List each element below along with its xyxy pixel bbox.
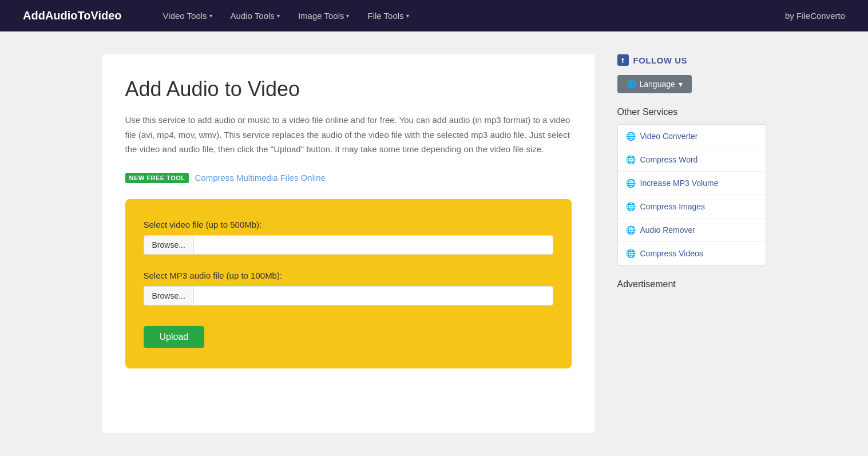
chevron-down-icon: ▾ <box>346 13 349 19</box>
service-item-compress-word[interactable]: 🌐 Compress Word <box>618 148 766 172</box>
audio-file-name <box>194 291 553 300</box>
globe-icon: 🌐 <box>626 202 636 211</box>
other-services-title: Other Services <box>617 107 766 117</box>
chevron-down-icon: ▾ <box>209 13 212 19</box>
service-item-video-converter[interactable]: 🌐 Video Converter <box>618 125 766 148</box>
main-content: Add Audio to Video Use this service to a… <box>102 54 594 433</box>
page-container: Add Audio to Video Use this service to a… <box>91 31 778 456</box>
globe-icon: 🌐 <box>626 225 636 235</box>
video-file-input-row: Browse... <box>144 235 553 255</box>
chevron-down-icon: ▾ <box>277 13 280 19</box>
globe-icon: 🌐 <box>626 249 636 258</box>
follow-label: FOLLOW US <box>633 55 688 65</box>
upload-button[interactable]: Upload <box>144 326 205 348</box>
video-browse-button[interactable]: Browse... <box>144 236 194 254</box>
follow-section: f FOLLOW US <box>617 54 766 66</box>
globe-icon: 🌐 <box>627 80 636 89</box>
globe-icon: 🌐 <box>626 179 636 188</box>
chevron-down-icon: ▾ <box>679 80 683 89</box>
nav-item-image-tools[interactable]: Image Tools ▾ <box>291 7 356 24</box>
sidebar: f FOLLOW US 🌐 Language ▾ Other Services … <box>617 54 766 433</box>
navbar: AddAudioToVideo Video Tools ▾ Audio Tool… <box>0 0 868 31</box>
service-name: Compress Images <box>640 202 706 211</box>
audio-file-label: Select MP3 audio file (up to 100Mb): <box>144 271 553 280</box>
language-label: Language <box>640 80 675 89</box>
service-name: Video Converter <box>640 132 698 141</box>
page-description: Use this service to add audio or music t… <box>125 113 572 157</box>
nav-item-file-tools[interactable]: File Tools ▾ <box>360 7 415 24</box>
audio-file-section: Select MP3 audio file (up to 100Mb): Bro… <box>144 271 553 306</box>
service-item-increase-mp3[interactable]: 🌐 Increase MP3 Volume <box>618 172 766 195</box>
service-item-compress-images[interactable]: 🌐 Compress Images <box>618 195 766 219</box>
service-item-compress-videos[interactable]: 🌐 Compress Videos <box>618 242 766 265</box>
service-name: Audio Remover <box>640 225 696 235</box>
service-name: Compress Videos <box>640 249 703 258</box>
new-free-badge: NEW FREE TOOL <box>125 173 189 183</box>
advertisement-title: Advertisement <box>617 279 766 290</box>
globe-icon: 🌐 <box>626 132 636 141</box>
brand-logo[interactable]: AddAudioToVideo <box>23 9 122 22</box>
video-file-label: Select video file (up to 500Mb): <box>144 220 553 229</box>
by-fileconverto: by FileConverto <box>785 11 845 21</box>
nav-item-video-tools[interactable]: Video Tools ▾ <box>156 7 219 24</box>
audio-file-input-row: Browse... <box>144 286 553 306</box>
chevron-down-icon: ▾ <box>406 13 409 19</box>
service-name: Compress Word <box>640 155 698 164</box>
promo-bar: NEW FREE TOOL Compress Multimedia Files … <box>125 173 572 183</box>
page-title: Add Audio to Video <box>125 77 572 101</box>
language-button[interactable]: 🌐 Language ▾ <box>617 75 692 93</box>
video-file-name <box>194 240 553 249</box>
services-list: 🌐 Video Converter 🌐 Compress Word 🌐 Incr… <box>617 124 766 265</box>
promo-link[interactable]: Compress Multimedia Files Online <box>195 173 325 183</box>
service-name: Increase MP3 Volume <box>640 179 719 188</box>
nav-menu: Video Tools ▾ Audio Tools ▾ Image Tools … <box>156 7 416 24</box>
video-file-section: Select video file (up to 500Mb): Browse.… <box>144 220 553 255</box>
upload-area: Select video file (up to 500Mb): Browse.… <box>125 199 572 368</box>
facebook-icon: f <box>617 54 629 66</box>
service-item-audio-remover[interactable]: 🌐 Audio Remover <box>618 219 766 242</box>
globe-icon: 🌐 <box>626 155 636 164</box>
audio-browse-button[interactable]: Browse... <box>144 287 194 305</box>
nav-item-audio-tools[interactable]: Audio Tools ▾ <box>224 7 287 24</box>
